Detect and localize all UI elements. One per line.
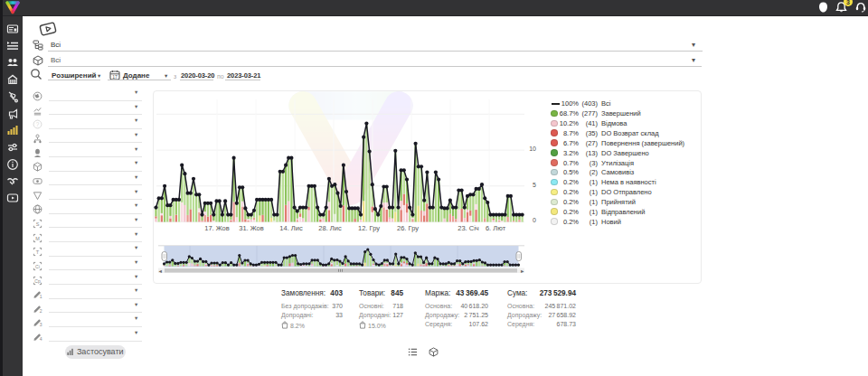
svg-text:10: 10 bbox=[529, 146, 536, 152]
svg-text:◄: ◄ bbox=[158, 268, 163, 274]
svg-text:►: ► bbox=[520, 268, 524, 274]
svg-text:23. Січ: 23. Січ bbox=[458, 224, 479, 232]
svg-text:26. Гру: 26. Гру bbox=[397, 224, 419, 232]
svg-text:17. Жов: 17. Жов bbox=[204, 224, 230, 232]
svg-text:6. Лют: 6. Лют bbox=[486, 224, 506, 232]
svg-text:14. Лис: 14. Лис bbox=[279, 224, 303, 232]
svg-text:31. Жов: 31. Жов bbox=[239, 224, 264, 232]
svg-text:0: 0 bbox=[533, 217, 536, 223]
svg-text:12. Гру: 12. Гру bbox=[358, 224, 380, 232]
svg-text:5: 5 bbox=[533, 182, 536, 188]
svg-text:28. Лис: 28. Лис bbox=[318, 224, 342, 232]
